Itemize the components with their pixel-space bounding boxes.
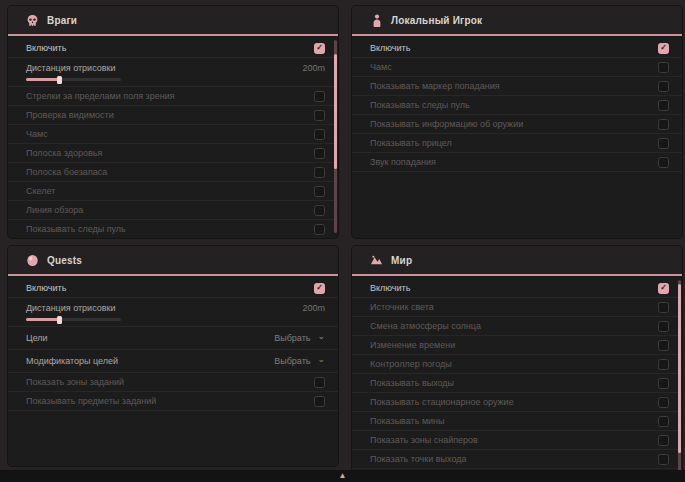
panel-local-player-header: Локальный Игрок bbox=[352, 6, 682, 36]
option-row[interactable]: Показывать предметы заданий bbox=[8, 392, 338, 411]
option-row[interactable]: Дистанция отрисовки200m bbox=[8, 298, 338, 327]
slider-thumb[interactable] bbox=[57, 76, 62, 84]
option-row[interactable]: Контроллер погоды bbox=[352, 355, 682, 374]
option-row[interactable]: Полоска боезапаса bbox=[8, 163, 338, 182]
option-row[interactable]: Показать зоны снайперов bbox=[352, 431, 682, 450]
checkbox[interactable] bbox=[658, 119, 669, 130]
slider[interactable] bbox=[26, 78, 121, 81]
panel-enemies: Враги Включить✓Дистанция отрисовки200mСт… bbox=[8, 6, 338, 238]
checkbox[interactable] bbox=[314, 167, 325, 178]
option-row[interactable]: Модификаторы целейВыбрать⌄ bbox=[8, 350, 338, 373]
option-label: Стрелки за пределами поля зрения bbox=[26, 91, 175, 101]
checkbox[interactable] bbox=[314, 205, 325, 216]
option-row[interactable]: Смена атмосферы солнца bbox=[352, 317, 682, 336]
checkbox[interactable] bbox=[314, 224, 325, 235]
checkbox[interactable] bbox=[658, 302, 669, 313]
checkbox[interactable] bbox=[658, 62, 669, 73]
checkbox[interactable]: ✓ bbox=[314, 283, 325, 294]
option-label: Цели bbox=[26, 333, 48, 343]
checkbox[interactable] bbox=[314, 110, 325, 121]
collapsed-bottom-bar[interactable]: ▲ bbox=[0, 470, 685, 482]
option-label: Показывать прицел bbox=[370, 138, 452, 148]
option-row[interactable]: Чамс bbox=[8, 125, 338, 144]
option-row[interactable]: Показывать прицел bbox=[352, 134, 682, 153]
scrollbar-thumb[interactable] bbox=[678, 284, 681, 453]
option-row[interactable]: Изменение времени bbox=[352, 336, 682, 355]
checkbox[interactable]: ✓ bbox=[314, 43, 325, 54]
option-label: Показать точки выхода bbox=[370, 454, 466, 464]
dropdown[interactable]: Выбрать⌄ bbox=[274, 333, 325, 343]
option-row[interactable]: Полоска здоровья bbox=[8, 144, 338, 163]
checkbox[interactable]: ✓ bbox=[658, 283, 669, 294]
option-row[interactable]: Включить✓ bbox=[352, 279, 682, 298]
panel-world-body: Включить✓Источник светаСмена атмосферы с… bbox=[352, 276, 682, 469]
checkbox[interactable] bbox=[314, 396, 325, 407]
scrollbar[interactable] bbox=[334, 40, 337, 233]
slider-value: 200m bbox=[302, 63, 325, 73]
checkbox[interactable] bbox=[658, 397, 669, 408]
option-row[interactable]: Показывать следы пуль bbox=[8, 220, 338, 238]
option-label: Линия обзора bbox=[26, 205, 83, 215]
option-row[interactable]: Показать зоны заданий bbox=[8, 373, 338, 392]
checkbox[interactable] bbox=[658, 138, 669, 149]
option-label: Показывать маркер попадания bbox=[370, 81, 500, 91]
option-row[interactable]: Включить✓ bbox=[8, 279, 338, 298]
dropdown[interactable]: Выбрать⌄ bbox=[274, 356, 325, 366]
option-row[interactable]: Включить✓ bbox=[8, 39, 338, 58]
option-row[interactable]: Показывать маркер попадания bbox=[352, 77, 682, 96]
option-row[interactable]: Проверка видимости bbox=[8, 106, 338, 125]
option-row[interactable]: Показывать стационарное оружие bbox=[352, 393, 682, 412]
option-row[interactable]: Стрелки за пределами поля зрения bbox=[8, 87, 338, 106]
option-row[interactable]: Показывать информацию об оружии bbox=[352, 115, 682, 134]
option-label: Чамс bbox=[26, 129, 48, 139]
option-row[interactable]: Линия обзора bbox=[8, 201, 338, 220]
option-label: Полоска здоровья bbox=[26, 148, 102, 158]
panel-title: Мир bbox=[391, 255, 412, 266]
expand-arrow-icon[interactable]: ▲ bbox=[339, 471, 347, 481]
option-row[interactable]: Дистанция отрисовки200m bbox=[8, 58, 338, 87]
option-row[interactable]: Показывать следы пуль bbox=[352, 96, 682, 115]
checkbox[interactable] bbox=[658, 416, 669, 427]
option-row[interactable]: Показывать мины bbox=[352, 412, 682, 431]
option-row[interactable]: ЦелиВыбрать⌄ bbox=[8, 327, 338, 350]
checkbox[interactable] bbox=[658, 340, 669, 351]
checkbox[interactable] bbox=[314, 148, 325, 159]
checkbox[interactable] bbox=[658, 321, 669, 332]
checkbox[interactable] bbox=[314, 91, 325, 102]
checkbox[interactable] bbox=[658, 81, 669, 92]
option-row[interactable]: Звук попадания bbox=[352, 153, 682, 172]
checkbox[interactable] bbox=[314, 377, 325, 388]
scrollbar-thumb[interactable] bbox=[334, 54, 337, 170]
checkbox[interactable] bbox=[314, 129, 325, 140]
checkbox[interactable] bbox=[658, 359, 669, 370]
chevron-down-icon: ⌄ bbox=[317, 356, 325, 362]
checkbox[interactable] bbox=[658, 378, 669, 389]
checkbox[interactable] bbox=[658, 100, 669, 111]
panel-world: Мир Включить✓Источник светаСмена атмосфе… bbox=[352, 246, 682, 482]
option-label: Показывать предметы заданий bbox=[26, 396, 156, 406]
option-label: Включить bbox=[26, 43, 66, 53]
slider-thumb[interactable] bbox=[57, 316, 62, 324]
option-label: Изменение времени bbox=[370, 340, 455, 350]
option-label: Контроллер погоды bbox=[370, 359, 452, 369]
option-row[interactable]: Показывать выходы bbox=[352, 374, 682, 393]
option-row[interactable]: Источник света bbox=[352, 298, 682, 317]
checkbox[interactable] bbox=[314, 186, 325, 197]
option-label: Источник света bbox=[370, 302, 434, 312]
option-row[interactable]: Скелет bbox=[8, 182, 338, 201]
scrollbar[interactable] bbox=[678, 280, 681, 477]
checkbox[interactable]: ✓ bbox=[658, 43, 669, 54]
checkbox[interactable] bbox=[658, 435, 669, 446]
option-row[interactable]: Показать точки выхода bbox=[352, 450, 682, 469]
checkbox[interactable] bbox=[658, 157, 669, 168]
panel-quests: Quests Включить✓Дистанция отрисовки200mЦ… bbox=[8, 246, 338, 466]
slider[interactable] bbox=[26, 318, 121, 321]
panel-title: Враги bbox=[47, 15, 77, 26]
option-row[interactable]: Включить✓ bbox=[352, 39, 682, 58]
panel-quests-header: Quests bbox=[8, 246, 338, 276]
option-label: Показать зоны снайперов bbox=[370, 435, 478, 445]
checkbox[interactable] bbox=[658, 454, 669, 465]
option-label: Показать зоны заданий bbox=[26, 377, 124, 387]
option-label: Показывать мины bbox=[370, 416, 445, 426]
option-row[interactable]: Чамс bbox=[352, 58, 682, 77]
